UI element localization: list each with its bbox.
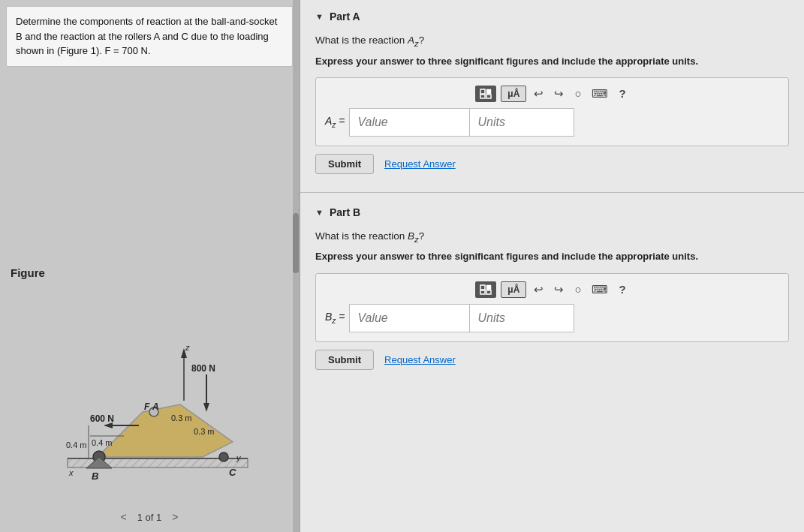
part-b-header[interactable]: ▼ Part B (315, 206, 789, 218)
part-a-request-answer-button[interactable]: Request Answer (384, 158, 456, 170)
svg-text:800 N: 800 N (191, 363, 215, 374)
svg-text:0.3 m: 0.3 m (171, 413, 192, 422)
part-a-refresh-icon[interactable]: ○ (571, 86, 584, 101)
vertical-scrollbar[interactable] (293, 0, 299, 532)
part-a-mu-button[interactable]: μÅ (501, 86, 526, 102)
part-b-section: ▼ Part B What is the reaction Bz? Expres… (300, 196, 804, 385)
problem-text: Determine the components of reaction at … (6, 6, 293, 67)
part-a-help-icon[interactable]: ? (616, 86, 628, 101)
part-a-submit-row: Submit Request Answer (315, 154, 789, 174)
svg-rect-30 (486, 89, 491, 94)
part-b-input-row: Bz = (325, 304, 779, 332)
part-a-grid-button[interactable] (475, 86, 496, 102)
part-a-redo-icon[interactable]: ↪ (551, 86, 567, 102)
left-panel: Determine the components of reaction at … (0, 0, 300, 532)
page-indicator: 1 of 1 (137, 512, 162, 523)
part-b-keyboard-icon[interactable]: ⌨ (589, 281, 611, 298)
part-a-input-label: Az = (325, 115, 345, 129)
svg-rect-36 (486, 290, 491, 294)
svg-rect-31 (480, 95, 485, 98)
svg-text:B: B (92, 470, 98, 482)
part-b-help-icon[interactable]: ? (616, 281, 628, 297)
svg-text:x: x (68, 468, 74, 477)
prev-page-button[interactable]: < (116, 509, 131, 524)
figure-area: B C y F A z 800 N (0, 73, 299, 533)
part-b-title: Part B (330, 206, 360, 218)
part-a-instruction: Express your answer to three significant… (315, 55, 789, 68)
svg-rect-32 (486, 95, 491, 98)
next-page-button[interactable]: > (167, 509, 182, 524)
part-b-question: What is the reaction Bz? (315, 229, 789, 246)
part-a-keyboard-icon[interactable]: ⌨ (589, 86, 611, 102)
part-a-variable: Az (408, 35, 419, 46)
svg-text:A: A (152, 401, 159, 412)
svg-text:0.3 m: 0.3 m (194, 427, 215, 436)
part-a-value-input[interactable] (349, 108, 469, 137)
pagination: < 1 of 1 > (116, 509, 183, 524)
part-a-answer-box: μÅ ↩ ↪ ○ ⌨ ? Az = (315, 77, 789, 146)
part-b-grid-button[interactable] (475, 281, 496, 298)
part-b-mu-button[interactable]: μÅ (501, 281, 526, 298)
part-a-header[interactable]: ▼ Part A (315, 11, 789, 23)
svg-text:z: z (185, 343, 190, 352)
part-b-instruction: Express your answer to three significant… (315, 250, 789, 263)
svg-text:0.4 m: 0.4 m (66, 440, 87, 449)
svg-rect-29 (480, 89, 485, 94)
part-b-submit-button[interactable]: Submit (315, 350, 374, 370)
part-b-input-label: Bz = (325, 311, 345, 325)
svg-text:600 N: 600 N (90, 413, 114, 424)
part-a-question: What is the reaction Az? (315, 33, 789, 50)
figure-svg: B C y F A z 800 N (38, 314, 263, 502)
part-a-input-row: Az = (325, 108, 779, 137)
part-a-title: Part A (330, 11, 360, 23)
part-a-undo-icon[interactable]: ↩ (531, 86, 547, 102)
scrollbar-thumb[interactable] (293, 213, 299, 273)
part-b-variable: Bz (408, 230, 419, 242)
part-a-section: ▼ Part A What is the reaction Az? Expres… (300, 0, 804, 189)
part-a-arrow: ▼ (315, 12, 324, 21)
svg-rect-34 (486, 285, 491, 290)
part-b-value-input[interactable] (349, 304, 469, 332)
svg-text:C: C (229, 467, 236, 478)
part-a-toolbar: μÅ ↩ ↪ ○ ⌨ ? (325, 86, 779, 102)
svg-text:0.4 m: 0.4 m (92, 438, 113, 447)
part-b-toolbar: μÅ ↩ ↪ ○ ⌨ ? (325, 281, 779, 298)
svg-marker-17 (203, 403, 209, 412)
svg-rect-35 (480, 290, 485, 294)
part-b-redo-icon[interactable]: ↪ (551, 281, 567, 298)
part-b-submit-row: Submit Request Answer (315, 350, 789, 370)
part-a-units-input[interactable] (469, 108, 574, 137)
part-b-undo-icon[interactable]: ↩ (531, 281, 547, 298)
svg-text:F: F (144, 401, 150, 412)
part-b-request-answer-button[interactable]: Request Answer (384, 354, 456, 365)
part-b-arrow: ▼ (315, 208, 324, 217)
part-b-units-input[interactable] (469, 304, 574, 332)
svg-point-7 (219, 452, 228, 461)
svg-rect-33 (480, 285, 485, 290)
part-b-answer-box: μÅ ↩ ↪ ○ ⌨ ? Bz = (315, 273, 789, 342)
right-panel: ▼ Part A What is the reaction Az? Expres… (300, 0, 804, 532)
part-b-refresh-icon[interactable]: ○ (571, 281, 584, 297)
parts-divider (300, 192, 804, 193)
part-a-submit-button[interactable]: Submit (315, 154, 374, 174)
